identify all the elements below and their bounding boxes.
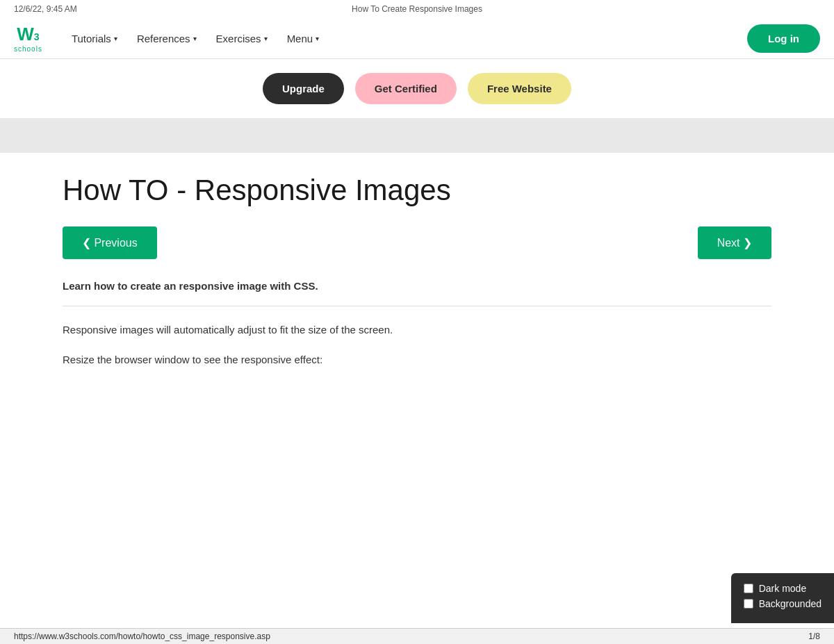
navbar: W 3 schools Tutorials ▾ References ▾ Exe… [0, 18, 834, 59]
nav-item-menu[interactable]: Menu ▾ [279, 27, 328, 50]
chevron-down-icon: ▾ [316, 35, 319, 42]
body-text-2: Resize the browser window to see the res… [63, 350, 771, 369]
free-website-button[interactable]: Free Website [468, 73, 571, 104]
logo-sub: schools [14, 45, 42, 53]
intro-section: Learn how to create an responsive image … [63, 280, 771, 306]
upgrade-button[interactable]: Upgrade [263, 73, 344, 104]
logo[interactable]: W 3 schools [14, 24, 42, 53]
top-bar: 12/6/22, 9:45 AM How To Create Responsiv… [0, 0, 834, 18]
intro-text: Learn how to create an responsive image … [63, 280, 771, 292]
login-button[interactable]: Log in [747, 24, 820, 53]
chevron-down-icon: ▾ [264, 35, 268, 42]
logo-sup: 3 [34, 31, 40, 42]
body-text-1: Responsive images will automatically adj… [63, 320, 771, 339]
gray-banner [0, 118, 834, 153]
nav-item-exercises[interactable]: Exercises ▾ [208, 27, 276, 50]
page-title: How TO - Responsive Images [63, 174, 771, 207]
logo-w: W [17, 24, 34, 45]
chevron-down-icon: ▾ [114, 35, 117, 42]
nav-links: Tutorials ▾ References ▾ Exercises ▾ Men… [63, 27, 747, 50]
action-buttons: Upgrade Get Certified Free Website [0, 59, 834, 118]
nav-buttons: ❮ Previous Next ❯ [63, 226, 771, 259]
next-button[interactable]: Next ❯ [698, 226, 771, 259]
nav-item-references[interactable]: References ▾ [129, 27, 205, 50]
previous-button[interactable]: ❮ Previous [63, 226, 157, 259]
get-certified-button[interactable]: Get Certified [355, 73, 457, 104]
top-page-title: How To Create Responsive Images [352, 4, 482, 14]
main-content: How TO - Responsive Images ❮ Previous Ne… [35, 153, 799, 401]
nav-item-tutorials[interactable]: Tutorials ▾ [63, 27, 126, 50]
chevron-down-icon: ▾ [193, 35, 197, 42]
timestamp: 12/6/22, 9:45 AM [14, 4, 77, 14]
